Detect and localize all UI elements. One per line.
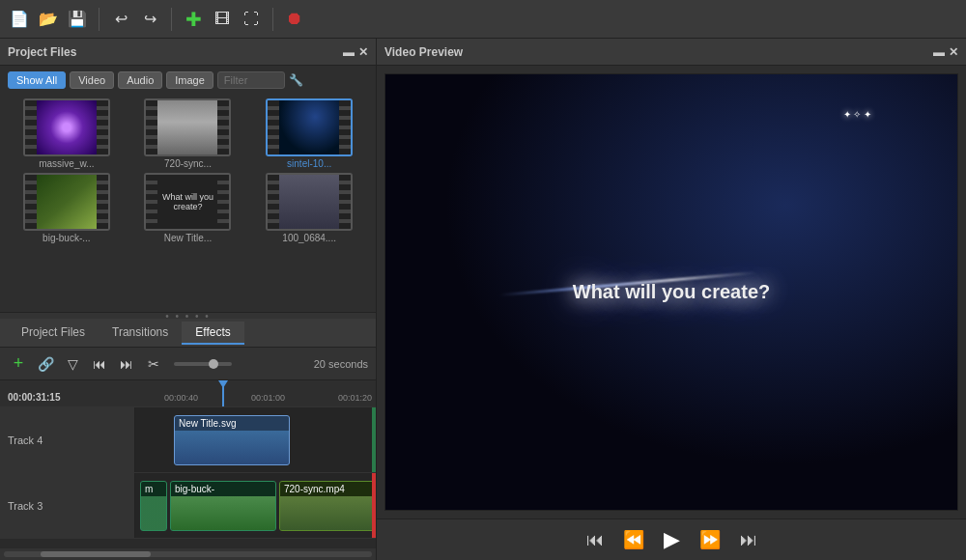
file-name: sintel-10... bbox=[287, 158, 331, 169]
list-item[interactable]: sintel-10... bbox=[250, 98, 368, 169]
redo-icon[interactable]: ↪ bbox=[138, 8, 161, 31]
zoom-thumb bbox=[209, 359, 218, 369]
minimize-icon[interactable]: ▬ bbox=[343, 45, 355, 59]
track-end-marker bbox=[372, 473, 376, 538]
filter-clear-icon[interactable]: 🔧 bbox=[289, 73, 303, 87]
new-icon[interactable]: 📄 bbox=[8, 8, 31, 31]
undo-icon[interactable]: ↩ bbox=[109, 8, 132, 31]
filter-image[interactable]: Image bbox=[166, 71, 213, 89]
fullscreen-icon[interactable]: ⛶ bbox=[240, 8, 263, 31]
add-track-icon[interactable]: + bbox=[8, 353, 29, 375]
filter-audio[interactable]: Audio bbox=[118, 71, 162, 89]
list-item[interactable]: 100_0684.... bbox=[250, 173, 368, 243]
scrollbar-thumb[interactable] bbox=[41, 551, 151, 557]
minimize-icon[interactable]: ▬ bbox=[933, 45, 945, 59]
transition-icon[interactable]: 🎞 bbox=[211, 8, 234, 31]
time-ruler: 00:00:31:15 00:00:40 00:01:00 00:01:20 0… bbox=[0, 380, 376, 407]
track-end-marker bbox=[372, 407, 376, 472]
tab-project-files[interactable]: Project Files bbox=[8, 322, 99, 345]
filter-icon[interactable]: ▽ bbox=[62, 353, 83, 375]
zoom-slider[interactable] bbox=[174, 362, 232, 366]
file-thumb-img bbox=[157, 100, 217, 154]
close-icon[interactable]: ✕ bbox=[949, 45, 958, 59]
file-thumbnail: What will you create? bbox=[144, 173, 231, 231]
rewind-button[interactable]: ⏪ bbox=[619, 527, 648, 552]
project-files-title: Project Files bbox=[8, 45, 76, 59]
project-files-header: Project Files ▬ ✕ bbox=[0, 39, 376, 66]
filter-show-all[interactable]: Show All bbox=[8, 71, 66, 89]
clip-body bbox=[171, 496, 275, 530]
record-icon[interactable]: ⏺ bbox=[283, 8, 306, 31]
filmstrip-left bbox=[25, 100, 37, 154]
file-thumb-img bbox=[37, 175, 97, 229]
list-item[interactable]: What will you create? New Title... bbox=[129, 173, 247, 243]
track-3-label: Track 3 bbox=[0, 473, 135, 538]
file-thumbnail bbox=[23, 98, 110, 156]
filter-input[interactable] bbox=[217, 71, 285, 89]
skip-end-button[interactable]: ⏭ bbox=[736, 528, 761, 552]
file-thumb-img bbox=[279, 175, 339, 229]
close-icon[interactable]: ✕ bbox=[358, 45, 368, 59]
tab-effects[interactable]: Effects bbox=[182, 322, 243, 345]
file-grid: massive_w... 720-sync... bbox=[0, 95, 376, 247]
add-icon[interactable]: ✚ bbox=[182, 8, 205, 31]
filmstrip-right bbox=[97, 100, 108, 154]
current-timecode: 00:00:31:15 bbox=[8, 392, 60, 403]
seconds-label: 20 seconds bbox=[314, 358, 368, 370]
video-preview-title: Video Preview bbox=[384, 45, 463, 59]
skip-back-button[interactable]: ⏮ bbox=[582, 528, 608, 552]
toolbar-separator-1 bbox=[99, 8, 99, 31]
title-text: What will you create? bbox=[146, 190, 229, 213]
filter-video[interactable]: Video bbox=[70, 71, 114, 89]
skip-fwd-icon[interactable]: ⏭ bbox=[116, 353, 137, 375]
razor-icon[interactable]: ✂ bbox=[143, 353, 164, 375]
clip-body bbox=[175, 431, 289, 464]
clip-body bbox=[280, 496, 375, 530]
filmstrip-left bbox=[268, 175, 279, 229]
file-name: 100_0684.... bbox=[282, 233, 336, 243]
save-icon[interactable]: 💾 bbox=[66, 8, 89, 31]
timecode-1: 00:00:40 bbox=[164, 393, 198, 403]
project-files-controls: Show All Video Audio Image 🔧 bbox=[0, 66, 376, 95]
file-thumbnail bbox=[144, 98, 231, 156]
clip-big-buck[interactable]: big-buck- bbox=[170, 481, 276, 531]
filmstrip-left bbox=[25, 175, 37, 229]
video-controls: ⏮ ⏪ ▶ ⏩ ⏭ bbox=[377, 518, 966, 560]
remove-track-icon[interactable]: 🔗 bbox=[35, 353, 56, 375]
list-item[interactable]: big-buck-... bbox=[8, 173, 126, 243]
video-preview-panel: Video Preview ▬ ✕ ✦ ✧ ✦ What will you cr… bbox=[377, 39, 966, 560]
file-name: big-buck-... bbox=[43, 233, 90, 243]
timeline-area: + 🔗 ▽ ⏮ ⏭ ✂ 20 seconds 00:00:31:15 00:0 bbox=[0, 348, 376, 560]
main-toolbar: 📄 📂 💾 ↩ ↪ ✚ 🎞 ⛶ ⏺ bbox=[0, 0, 966, 39]
clip-m[interactable]: m bbox=[140, 481, 167, 531]
track-3-content[interactable]: m big-buck- 720-sync.mp4 bbox=[135, 473, 376, 538]
file-thumb-img bbox=[279, 100, 339, 154]
timeline-scrollbar[interactable] bbox=[0, 548, 376, 560]
filmstrip-right bbox=[217, 100, 229, 154]
clip-new-title-svg[interactable]: New Title.svg bbox=[174, 415, 290, 465]
track-4-label: Track 4 bbox=[0, 407, 135, 472]
tab-transitions[interactable]: Transitions bbox=[99, 322, 182, 345]
track-row-3: Track 3 m big-buck- bbox=[0, 473, 376, 539]
project-files-header-icons: ▬ ✕ bbox=[343, 45, 368, 59]
fast-forward-button[interactable]: ⏩ bbox=[696, 527, 724, 552]
timeline-toolbar: + 🔗 ▽ ⏮ ⏭ ✂ 20 seconds bbox=[0, 348, 376, 380]
left-panel: Project Files ▬ ✕ Show All Video Audio I… bbox=[0, 39, 377, 560]
list-item[interactable]: 720-sync... bbox=[129, 98, 247, 169]
clip-label: big-buck- bbox=[171, 482, 275, 496]
file-thumb-img bbox=[37, 100, 97, 154]
timecode-2: 00:01:00 bbox=[251, 393, 285, 403]
filmstrip-right bbox=[97, 175, 108, 229]
filmstrip-left bbox=[146, 100, 157, 154]
timeline-tabs: Project Files Transitions Effects bbox=[0, 319, 376, 348]
skip-back-icon[interactable]: ⏮ bbox=[89, 353, 110, 375]
file-thumbnail bbox=[23, 173, 110, 231]
video-preview-text: What will you create? bbox=[573, 281, 770, 303]
clip-720-sync[interactable]: 720-sync.mp4 bbox=[279, 481, 376, 531]
open-icon[interactable]: 📂 bbox=[37, 8, 60, 31]
play-button[interactable]: ▶ bbox=[660, 525, 684, 554]
list-item[interactable]: massive_w... bbox=[8, 98, 126, 169]
track-4-content[interactable]: New Title.svg bbox=[135, 407, 376, 472]
file-thumbnail bbox=[266, 98, 353, 156]
project-files-panel: Project Files ▬ ✕ Show All Video Audio I… bbox=[0, 39, 376, 313]
